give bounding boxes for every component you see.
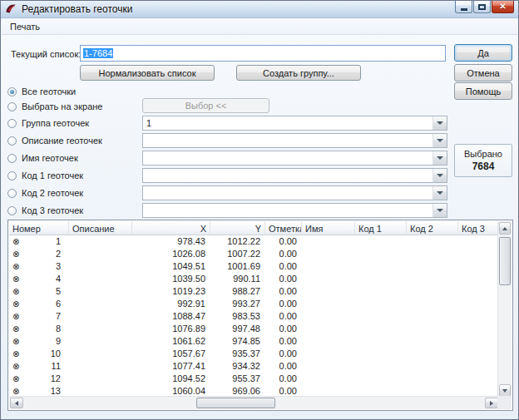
cancel-button[interactable]: Отмена xyxy=(454,64,512,82)
radio-icon xyxy=(7,206,17,215)
column-header-x[interactable]: X xyxy=(132,221,210,235)
table-row[interactable]: ⊗ 7 1088.47 983.53 0.00 xyxy=(9,310,499,323)
name-combobox[interactable] xyxy=(142,151,447,166)
minimize-icon xyxy=(461,8,467,11)
horizontal-scroll-thumb[interactable] xyxy=(196,398,275,408)
chevron-down-icon[interactable] xyxy=(432,169,447,182)
cell-name xyxy=(302,260,355,273)
cell-name xyxy=(302,273,355,285)
cell-name xyxy=(302,373,355,385)
create-group-button[interactable]: Создать группу... xyxy=(236,65,361,81)
arrow-down-icon xyxy=(502,389,507,393)
point-icon: ⊗ xyxy=(12,273,23,285)
cell-description xyxy=(69,323,132,335)
cell-description xyxy=(69,260,132,273)
point-icon: ⊗ xyxy=(12,310,23,323)
point-number: 3 xyxy=(56,260,66,273)
scroll-up-button[interactable] xyxy=(499,222,511,235)
chevron-down-icon[interactable] xyxy=(432,151,447,165)
cell-code3 xyxy=(458,260,499,273)
ok-button[interactable]: Да xyxy=(454,44,512,62)
chevron-down-icon[interactable] xyxy=(432,134,447,147)
minimize-button[interactable] xyxy=(455,1,472,13)
table-row[interactable]: ⊗ 5 1019.23 988.27 0.00 xyxy=(9,285,499,298)
current-list-input[interactable]: 1-7684 xyxy=(80,45,446,62)
scrollbar-corner xyxy=(497,396,512,409)
cell-mark: 0.00 xyxy=(265,323,302,335)
code3-combobox[interactable] xyxy=(142,203,447,218)
code1-combobox[interactable] xyxy=(142,168,447,183)
triangle-down xyxy=(437,156,443,160)
column-header-y[interactable]: Y xyxy=(210,221,265,235)
maximize-button[interactable] xyxy=(473,1,491,13)
point-number: 7 xyxy=(56,310,66,323)
horizontal-scrollbar[interactable] xyxy=(9,396,499,409)
table-row[interactable]: ⊗ 9 1061.62 974.85 0.00 xyxy=(9,335,499,348)
radio-code3[interactable]: Код 3 геоточек xyxy=(7,205,83,216)
cell-mark: 0.00 xyxy=(265,298,302,310)
cell-name xyxy=(302,248,355,260)
radio-label: Имя геоточек xyxy=(22,153,78,163)
description-combobox[interactable] xyxy=(142,133,447,148)
cell-code2 xyxy=(407,323,458,335)
radio-group[interactable]: Группа геоточек xyxy=(7,117,89,129)
chevron-down-icon[interactable] xyxy=(432,116,447,130)
radio-code2[interactable]: Код 2 геоточек xyxy=(7,187,83,199)
scroll-right-button[interactable] xyxy=(485,398,498,408)
radio-code1[interactable]: Код 1 геоточек xyxy=(7,170,83,181)
cell-x: 1039.50 xyxy=(132,273,210,285)
chevron-down-icon[interactable] xyxy=(432,186,447,200)
vertical-scroll-thumb[interactable] xyxy=(499,237,511,285)
radio-label: Код 1 геоточек xyxy=(22,170,83,180)
cell-number: ⊗ 9 xyxy=(9,335,69,348)
column-header-number[interactable]: Номер xyxy=(9,221,69,235)
point-icon: ⊗ xyxy=(12,285,23,298)
table-row[interactable]: ⊗ 1 978.43 1012.22 0.00 xyxy=(9,235,499,248)
cell-x: 1049.51 xyxy=(132,260,210,273)
scroll-down-button[interactable] xyxy=(499,384,511,397)
cell-code1 xyxy=(355,273,407,285)
radio-select-on-screen[interactable]: Выбрать на экране xyxy=(7,101,102,112)
table-row[interactable]: ⊗ 12 1094.52 955.37 0.00 xyxy=(9,373,499,385)
group-combobox[interactable]: 1 xyxy=(142,116,447,131)
column-header-code3[interactable]: Код 3 xyxy=(458,221,499,235)
current-list-value: 1-7684 xyxy=(83,48,113,58)
cell-mark: 0.00 xyxy=(265,348,302,360)
radio-name[interactable]: Имя геоточек xyxy=(7,152,78,164)
code2-combobox[interactable] xyxy=(142,185,447,200)
column-header-code2[interactable]: Код 2 xyxy=(407,221,458,235)
table-row[interactable]: ⊗ 3 1049.51 1001.69 0.00 xyxy=(9,260,499,273)
cell-code3 xyxy=(458,335,499,348)
vertical-scrollbar[interactable] xyxy=(497,221,512,398)
close-button[interactable]: ✕ xyxy=(492,1,514,13)
column-header-code1[interactable]: Код 1 xyxy=(355,221,407,235)
cell-number: ⊗ 2 xyxy=(9,248,69,260)
table-row[interactable]: ⊗ 11 1077.41 934.32 0.00 xyxy=(9,360,499,373)
cell-y: 935.37 xyxy=(210,348,265,360)
table-row[interactable]: ⊗ 6 992.91 993.27 0.00 xyxy=(9,298,499,310)
table-row[interactable]: ⊗ 10 1057.67 935.37 0.00 xyxy=(9,348,499,360)
column-header-description[interactable]: Описание xyxy=(69,221,132,235)
table-row[interactable]: ⊗ 2 1026.08 1007.22 0.00 xyxy=(9,248,499,260)
chevron-down-icon[interactable] xyxy=(432,204,447,217)
cell-x: 1077.41 xyxy=(132,360,210,373)
triangle-down xyxy=(437,191,443,195)
cell-code3 xyxy=(458,298,499,310)
column-header-mark[interactable]: Отметка xyxy=(265,221,302,235)
arrow-up-icon xyxy=(502,227,507,230)
scroll-left-button[interactable] xyxy=(10,398,23,408)
help-button[interactable]: Помощь xyxy=(454,82,512,100)
cell-code2 xyxy=(407,373,458,385)
selected-label: Выбрано xyxy=(464,149,502,159)
table-row[interactable]: ⊗ 8 1076.89 997.48 0.00 xyxy=(9,323,499,335)
cell-name xyxy=(302,323,355,335)
cell-description xyxy=(69,298,132,310)
radio-all-points[interactable]: Все геоточки xyxy=(7,86,76,97)
menu-print[interactable]: Печать xyxy=(2,20,48,33)
point-icon: ⊗ xyxy=(12,260,23,273)
cell-code1 xyxy=(355,260,407,273)
radio-description[interactable]: Описание геоточек xyxy=(7,135,102,146)
table-row[interactable]: ⊗ 4 1039.50 990.11 0.00 xyxy=(9,273,499,285)
column-header-name[interactable]: Имя xyxy=(302,221,355,235)
normalize-list-button[interactable]: Нормализовать список xyxy=(80,65,215,81)
